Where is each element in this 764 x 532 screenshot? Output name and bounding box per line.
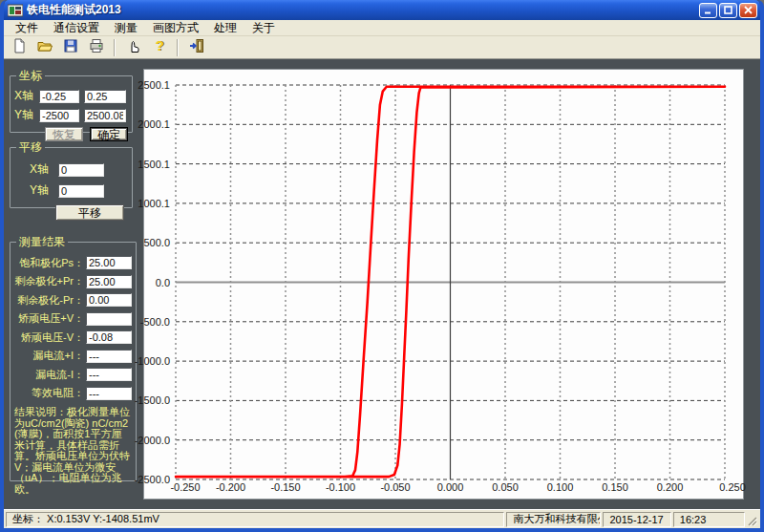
results-note: 结果说明：极化测量单位为uC/cm2(陶瓷) nC/cm2(薄膜)，面积按1平方… [14, 407, 132, 495]
pan-button[interactable]: 平移 [55, 204, 124, 221]
status-time: 16:23 [673, 512, 745, 527]
result-value-5[interactable] [86, 350, 132, 363]
save-file-icon [63, 38, 78, 57]
window-title: 铁电性能测试2013 [27, 2, 699, 18]
coords-y-axis-label: Y轴 [14, 107, 39, 123]
pan-x-input[interactable] [58, 163, 104, 177]
x-tick-label: -0.050 [374, 481, 416, 493]
exit-icon [189, 38, 204, 57]
result-fields: 饱和极化Ps：剩余极化+Pr：剩余极化-Pr：矫顽电压+V：矫顽电压-V：漏电流… [14, 256, 132, 401]
result-value-1[interactable] [86, 275, 132, 288]
toolbar-separator [114, 39, 116, 56]
result-label-2: 剩余极化-Pr： [17, 293, 84, 308]
help-icon: ?? [152, 38, 167, 57]
y-tick-label: 2500.1 [132, 79, 170, 91]
title-bar[interactable]: 铁电性能测试2013 [4, 0, 760, 20]
coords-group-title: 坐标 [16, 68, 45, 84]
result-label-5: 漏电流+I： [33, 349, 84, 363]
resize-grip[interactable] [747, 516, 758, 527]
hand-tool-button[interactable] [122, 37, 144, 57]
y-axis-labels: 2500.12000.11500.11000.1500.00.0-500.0-1… [144, 85, 173, 479]
result-value-2[interactable] [86, 293, 132, 307]
open-file-icon [37, 38, 53, 57]
plot-area[interactable] [176, 85, 725, 479]
menu-item-3[interactable]: 画图方式 [145, 19, 206, 37]
results-group: 测量结果 饱和极化Ps：剩余极化+Pr：剩余极化-Pr：矫顽电压+V：矫顽电压-… [10, 234, 137, 481]
x-tick-label: 0.050 [484, 481, 526, 493]
y-max-input[interactable] [84, 109, 126, 122]
x-tick-label: -0.200 [210, 481, 252, 493]
x-tick-label: -0.150 [265, 481, 307, 493]
status-date: 2015-12-17 [603, 512, 670, 527]
result-label-3: 矫顽电压+V： [18, 311, 84, 326]
x-axis-labels: -0.250-0.200-0.150-0.100-0.0500.0000.050… [176, 481, 725, 495]
status-company: 南大万和科技有限公司 [506, 512, 601, 527]
open-file-button[interactable] [33, 37, 55, 57]
save-file-button[interactable] [59, 37, 81, 57]
y-tick-label: 2000.1 [132, 118, 170, 130]
result-row: 漏电流+I： [14, 349, 132, 363]
result-row: 矫顽电压-V： [14, 330, 132, 345]
menu-item-5[interactable]: 关于 [244, 19, 283, 37]
new-document-button[interactable] [8, 37, 30, 57]
pan-y-axis-label: Y轴 [30, 182, 58, 199]
x-tick-label: 0.100 [540, 481, 582, 493]
new-document-icon [11, 38, 27, 57]
result-row: 矫顽电压+V： [14, 311, 132, 326]
app-icon [8, 3, 23, 18]
app-window: 铁电性能测试2013 文件通信设置测量画图方式处理关于 ?? 坐标 X轴 Y轴 [0, 0, 764, 532]
y-tick-label: 1000.1 [132, 198, 170, 209]
result-row: 等效电阻： [14, 386, 132, 400]
x-tick-label: 0.200 [649, 481, 691, 493]
pan-y-input[interactable] [58, 184, 104, 198]
pan-group-title: 平移 [16, 139, 45, 156]
result-value-0[interactable] [86, 256, 132, 269]
coords-x-axis-label: X轴 [14, 88, 39, 104]
status-bar: 坐标： X:0.153V Y:-1408.51mV 南大万和科技有限公司 201… [4, 509, 760, 528]
maximize-button[interactable] [719, 3, 737, 18]
result-value-3[interactable] [86, 312, 132, 326]
result-label-0: 饱和极化Ps： [19, 256, 84, 270]
result-label-6: 漏电流-I： [35, 368, 84, 382]
result-value-7[interactable] [86, 387, 132, 400]
menu-item-1[interactable]: 通信设置 [46, 19, 107, 37]
status-coordinates: 坐标： X:0.153V Y:-1408.51mV [6, 512, 504, 527]
result-value-4[interactable] [86, 330, 132, 344]
results-group-title: 测量结果 [16, 234, 68, 250]
y-tick-label: -1500.0 [132, 394, 170, 406]
toolbar: ?? [4, 36, 760, 59]
help-button[interactable]: ?? [148, 37, 170, 57]
print-icon [89, 38, 104, 57]
y-tick-label: -1000.0 [132, 355, 170, 367]
svg-text:?: ? [155, 38, 163, 53]
x-max-input[interactable] [84, 90, 126, 103]
result-label-1: 剩余极化+Pr： [15, 274, 84, 288]
exit-button[interactable] [185, 37, 207, 57]
y-min-input[interactable] [39, 109, 79, 122]
y-tick-label: 0.0 [132, 277, 170, 288]
result-label-7: 等效电阻： [32, 386, 84, 400]
hand-tool-icon [126, 38, 141, 57]
result-value-6[interactable] [86, 368, 132, 381]
result-row: 剩余极化+Pr： [14, 274, 132, 288]
minimize-button[interactable] [699, 3, 717, 18]
pan-x-axis-label: X轴 [30, 161, 58, 178]
result-label-4: 矫顽电压-V： [21, 330, 84, 345]
close-button[interactable] [739, 3, 757, 18]
coords-group: 坐标 X轴 Y轴 恢复 确定 [10, 68, 133, 133]
chart-panel: 2500.12000.11500.11000.1500.00.0-500.0-1… [143, 69, 744, 500]
toolbar-separator [177, 39, 179, 56]
x-tick-label: 0.150 [594, 481, 636, 493]
menu-item-4[interactable]: 处理 [206, 19, 244, 37]
menu-bar: 文件通信设置测量画图方式处理关于 [4, 20, 760, 36]
menu-item-0[interactable]: 文件 [8, 19, 46, 37]
sidebar: 坐标 X轴 Y轴 恢复 确定 平移 X轴 [4, 59, 143, 509]
y-tick-label: 1500.1 [132, 159, 170, 170]
y-tick-label: -500.0 [132, 316, 170, 328]
pan-group: 平移 X轴 Y轴 平移 [10, 139, 133, 208]
print-button[interactable] [85, 37, 107, 57]
x-min-input[interactable] [39, 90, 79, 103]
x-tick-label: 0.250 [711, 481, 753, 493]
menu-item-2[interactable]: 测量 [107, 19, 145, 37]
result-row: 漏电流-I： [14, 368, 132, 382]
